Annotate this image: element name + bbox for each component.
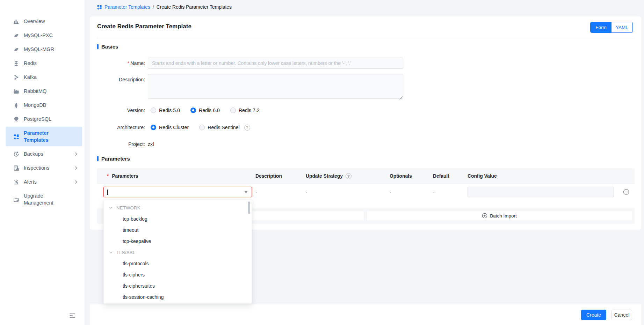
sidebar-item-label: PostgreSQL xyxy=(24,116,51,123)
basics-section-header: Basics xyxy=(97,44,118,50)
radio-redis-cluster[interactable]: Redis Cluster xyxy=(151,125,189,130)
dropdown-scrollbar[interactable] xyxy=(248,201,250,214)
dropdown-option[interactable]: tls-ciphersuites xyxy=(104,280,252,291)
sidebar-item-label: Kafka xyxy=(24,74,37,81)
column-header-update-strategy: Update Strategy? xyxy=(306,173,390,179)
cancel-button[interactable]: Cancel xyxy=(612,310,632,320)
view-toggle: Form YAML xyxy=(590,22,633,33)
sidebar-item-parameter-templates[interactable]: Parameter Templates xyxy=(0,126,85,147)
dropdown-group-network[interactable]: NETWORK xyxy=(104,202,252,213)
radio-circle-icon xyxy=(190,108,196,113)
radio-label: Redis 5.0 xyxy=(159,108,180,113)
create-button[interactable]: Create xyxy=(581,310,606,320)
remove-row-button[interactable] xyxy=(623,189,629,195)
sidebar-collapse-icon[interactable] xyxy=(68,312,76,319)
config-value-input[interactable] xyxy=(468,187,614,197)
project-label: Project: xyxy=(90,139,145,150)
parameter-select[interactable] xyxy=(103,187,252,197)
sidebar-item-alerts[interactable]: Alerts xyxy=(0,175,85,189)
sidebar-item-label: RabbitMQ xyxy=(24,88,46,95)
sidebar-item-overview[interactable]: Overview xyxy=(0,14,85,28)
chevron-right-icon xyxy=(74,166,78,170)
dolphin-icon xyxy=(13,46,19,52)
app-window: Overview MySQL-PXC MySQL-MGR Redis Kafka xyxy=(0,0,644,325)
sidebar-item-inspections[interactable]: Inspections xyxy=(0,161,85,175)
batch-import-button[interactable]: Batch Import xyxy=(367,211,632,220)
document-search-icon xyxy=(13,165,19,171)
sidebar-item-postgresql[interactable]: PostgreSQL xyxy=(0,112,85,126)
radio-redis-6-0[interactable]: Redis 6.0 xyxy=(190,108,220,113)
sidebar-item-label: MongoDB xyxy=(24,102,46,109)
chevron-right-icon xyxy=(74,152,78,156)
yaml-tab[interactable]: YAML xyxy=(612,22,632,32)
sidebar-item-upgrade-management[interactable]: Upgrade Management xyxy=(0,189,85,210)
sidebar-item-kafka[interactable]: Kafka xyxy=(0,70,85,84)
radio-redis-sentinel[interactable]: Redis Sentinel ? xyxy=(199,125,250,131)
plus-circle-icon xyxy=(482,213,487,219)
network-nodes-icon xyxy=(13,74,19,80)
radio-label: Redis 7.2 xyxy=(239,108,260,113)
chevron-down-icon xyxy=(109,250,113,254)
leaf-icon xyxy=(13,102,19,108)
radio-redis-7-2[interactable]: Redis 7.2 xyxy=(230,108,260,113)
description-cell: - xyxy=(255,187,306,197)
dropdown-option[interactable]: timeout xyxy=(104,224,252,236)
update-strategy-cell: - xyxy=(306,187,390,197)
help-icon[interactable]: ? xyxy=(244,125,250,131)
name-input[interactable] xyxy=(148,58,403,69)
sidebar-item-redis[interactable]: Redis xyxy=(0,56,85,70)
radio-circle-icon xyxy=(151,125,156,130)
section-accent-bar xyxy=(97,44,99,49)
project-value: zxl xyxy=(148,139,154,150)
sidebar-item-label: MySQL-MGR xyxy=(24,46,54,53)
description-textarea[interactable] xyxy=(148,74,403,99)
restore-clock-icon xyxy=(13,151,19,157)
action-bar: Create Cancel xyxy=(90,304,641,325)
sidebar-item-label: Redis xyxy=(24,60,37,67)
create-template-card: Create Redis Parameter Template Form YAM… xyxy=(90,16,641,230)
radio-label: Redis Sentinel xyxy=(208,125,240,130)
dropdown-option[interactable]: tcp-backlog xyxy=(104,213,252,224)
resize-handle-icon[interactable] xyxy=(399,96,403,99)
sidebar-item-label: MySQL-PXC xyxy=(24,32,53,39)
dropdown-option[interactable]: tls-protocols xyxy=(104,258,252,269)
column-header-optionals: Optionals xyxy=(390,173,433,179)
name-label: *Name: xyxy=(90,58,145,69)
layers-icon xyxy=(13,60,19,66)
siren-icon xyxy=(13,179,19,185)
parameters-section-header: Parameters xyxy=(97,156,130,162)
sidebar-item-backups[interactable]: Backups xyxy=(0,147,85,161)
sidebar-item-mongodb[interactable]: MongoDB xyxy=(0,98,85,112)
sidebar-item-mysql-pxc[interactable]: MySQL-PXC xyxy=(0,28,85,42)
sidebar-item-mysql-mgr[interactable]: MySQL-MGR xyxy=(0,42,85,56)
title-divider xyxy=(97,39,634,39)
parameter-template-icon xyxy=(13,134,19,140)
description-form-row: Description: xyxy=(90,74,641,100)
radio-circle-icon xyxy=(199,125,205,130)
dropdown-option[interactable]: tls-session-caching xyxy=(104,291,252,303)
breadcrumb-current: Create Redis Parameter Templates xyxy=(157,5,232,10)
radio-redis-5-0[interactable]: Redis 5.0 xyxy=(151,108,180,113)
sidebar: Overview MySQL-PXC MySQL-MGR Redis Kafka xyxy=(0,0,85,325)
factory-icon xyxy=(13,88,19,94)
select-arrow-icon xyxy=(245,191,247,193)
folder-gear-icon xyxy=(13,197,19,202)
dropdown-group-tls-ssl[interactable]: TLS/SSL xyxy=(104,247,252,258)
sidebar-item-rabbitmq[interactable]: RabbitMQ xyxy=(0,84,85,98)
help-icon[interactable]: ? xyxy=(346,173,352,179)
parameter-dropdown: NETWORK tcp-backlog timeout tcp-keepaliv… xyxy=(103,200,252,304)
elephant-icon xyxy=(13,116,19,122)
chevron-right-icon xyxy=(74,180,78,184)
required-mark: * xyxy=(107,173,109,179)
column-header-default: Default xyxy=(433,173,468,179)
form-tab[interactable]: Form xyxy=(591,22,612,32)
optionals-cell: - xyxy=(390,187,433,197)
sidebar-item-label: Inspections xyxy=(24,164,49,171)
table-header-row: *Parameters Description Update Strategy?… xyxy=(97,168,635,184)
breadcrumb-parent-link[interactable]: Parameter Templates xyxy=(104,5,150,10)
dropdown-option[interactable]: tcp-keepalive xyxy=(104,236,252,247)
dropdown-option[interactable]: tls-ciphers xyxy=(104,269,252,280)
radio-label: Redis Cluster xyxy=(159,125,189,130)
column-header-description: Description xyxy=(255,173,306,179)
column-header-config-value: Config Value xyxy=(468,173,620,179)
